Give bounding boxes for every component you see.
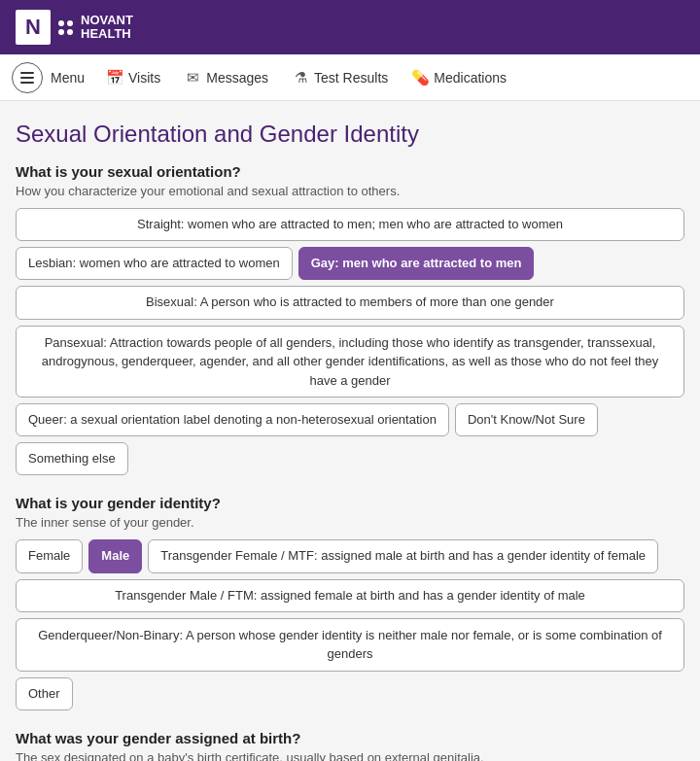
page-title: Sexual Orientation and Gender Identity — [16, 121, 684, 148]
flask-icon: ⚗ — [292, 69, 309, 86]
option-gi-transgender-male[interactable]: Transgender Male / FTM: assigned female … — [16, 579, 684, 612]
logo-n-letter: N — [16, 10, 51, 45]
option-queer[interactable]: Queer: a sexual orientation label denoti… — [16, 403, 449, 436]
option-straight[interactable]: Straight: women who are attracted to men… — [16, 208, 684, 241]
option-bisexual[interactable]: Bisexual: A person who is attracted to m… — [16, 286, 684, 319]
option-gi-other[interactable]: Other — [16, 677, 73, 710]
sexual-orientation-question: What is your sexual orientation? — [16, 163, 684, 180]
gender-identity-options: Female Male Transgender Female / MTF: as… — [16, 539, 684, 710]
option-gi-male[interactable]: Male — [88, 539, 142, 572]
logo: N NOVANT HEALTH — [16, 10, 133, 45]
female-male-transfemale-row: Female Male Transgender Female / MTF: as… — [16, 539, 684, 572]
nav-visits-label: Visits — [128, 70, 160, 86]
queer-dontknow-row: Queer: a sexual orientation label denoti… — [16, 403, 684, 436]
gender-identity-subtitle: The inner sense of your gender. — [16, 515, 684, 530]
envelope-icon: ✉ — [184, 69, 201, 86]
option-gay[interactable]: Gay: men who are attracted to men — [298, 247, 535, 280]
main-content: Sexual Orientation and Gender Identity W… — [0, 101, 700, 761]
option-gi-female[interactable]: Female — [16, 539, 83, 572]
menu-button[interactable] — [12, 62, 43, 93]
lesbian-gay-row: Lesbian: women who are attracted to wome… — [16, 247, 684, 280]
nav-messages-label: Messages — [206, 70, 268, 86]
sexual-orientation-section: What is your sexual orientation? How you… — [16, 163, 684, 475]
nav-item-visits[interactable]: 📅 Visits — [96, 65, 170, 90]
gender-identity-question: What is your gender identity? — [16, 495, 684, 511]
option-gi-genderqueer[interactable]: Genderqueer/Non-Binary: A person whose g… — [16, 618, 684, 672]
nav-medications-label: Medications — [434, 70, 507, 86]
app-header: N NOVANT HEALTH — [0, 0, 700, 54]
option-dont-know[interactable]: Don't Know/Not Sure — [455, 403, 598, 436]
option-something-else[interactable]: Something else — [16, 442, 128, 475]
sexual-orientation-subtitle: How you characterize your emotional and … — [16, 184, 684, 198]
logo-dots — [58, 20, 73, 35]
pill-icon: 💊 — [411, 69, 429, 86]
gender-identity-section: What is your gender identity? The inner … — [16, 495, 684, 710]
gender-birth-section: What was your gender assigned at birth? … — [16, 730, 684, 761]
option-gi-transgender-female[interactable]: Transgender Female / MTF: assigned male … — [148, 539, 658, 572]
option-pansexual[interactable]: Pansexual: Attraction towards people of … — [16, 326, 684, 398]
nav-item-messages[interactable]: ✉ Messages — [174, 65, 278, 90]
nav-item-test-results[interactable]: ⚗ Test Results — [282, 65, 398, 90]
sexual-orientation-options: Straight: women who are attracted to men… — [16, 208, 684, 475]
menu-label: Menu — [51, 70, 85, 86]
option-lesbian[interactable]: Lesbian: women who are attracted to wome… — [16, 247, 293, 280]
hamburger-icon — [20, 72, 34, 84]
navigation-bar: Menu 📅 Visits ✉ Messages ⚗ Test Results … — [0, 54, 700, 101]
nav-item-medications[interactable]: 💊 Medications — [402, 65, 516, 90]
calendar-icon: 📅 — [106, 69, 123, 86]
logo-text: NOVANT HEALTH — [81, 14, 133, 42]
nav-test-results-label: Test Results — [314, 70, 388, 86]
gender-birth-subtitle: The sex designated on a baby's birth cer… — [16, 750, 684, 761]
gender-birth-question: What was your gender assigned at birth? — [16, 730, 684, 746]
